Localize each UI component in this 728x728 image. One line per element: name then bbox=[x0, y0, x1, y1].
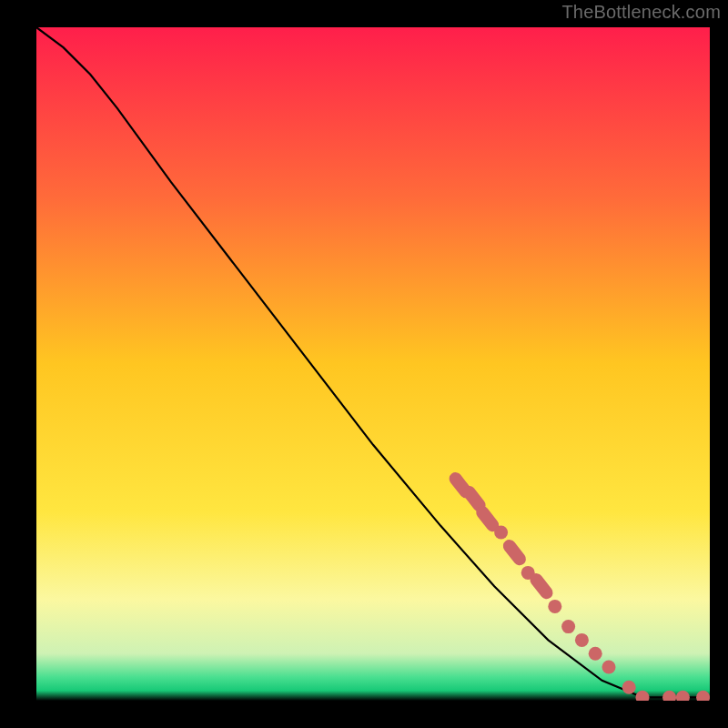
data-marker bbox=[548, 600, 561, 613]
data-marker bbox=[510, 546, 520, 559]
data-marker bbox=[602, 661, 616, 674]
chart-frame: TheBottleneck.com bbox=[0, 0, 728, 728]
data-marker bbox=[622, 681, 636, 694]
plot-area bbox=[36, 27, 710, 701]
data-marker bbox=[536, 580, 546, 592]
data-marker bbox=[469, 492, 479, 505]
gradient-background bbox=[36, 27, 710, 701]
attribution-label: TheBottleneck.com bbox=[561, 2, 721, 23]
data-marker bbox=[561, 620, 575, 633]
data-marker bbox=[589, 647, 602, 661]
data-marker bbox=[494, 526, 508, 540]
data-marker bbox=[575, 633, 589, 647]
bottleneck-curve-chart bbox=[36, 27, 710, 701]
data-marker bbox=[482, 512, 492, 525]
